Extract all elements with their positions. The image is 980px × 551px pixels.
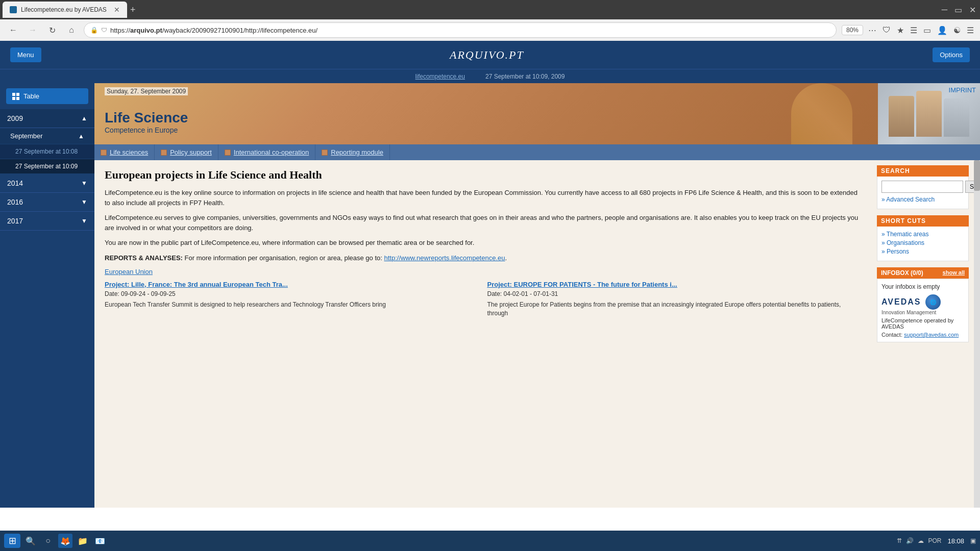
site-header: Sunday, 27. September 2009 Life Science …	[94, 83, 980, 144]
maximize-button[interactable]: ▭	[954, 5, 962, 15]
year-2009-label: 2009	[7, 114, 23, 122]
taskbar-cortana-icon[interactable]: ○	[41, 534, 55, 548]
reports-label: REPORTS & ANALYSES:	[105, 254, 183, 262]
project-1-desc: European Tech Transfer Summit is designe…	[105, 300, 479, 309]
project-1-link[interactable]: Project: Lille, France: The 3rd annual E…	[105, 281, 288, 288]
nav-intl-coop-link[interactable]: International co-operation	[234, 148, 309, 156]
avedas-email-link[interactable]: support@avedas.com	[904, 332, 959, 338]
sidebar-year-2014[interactable]: 2014 ▼	[0, 174, 94, 193]
reports-link[interactable]: http://www.newreports.lifecompetence.eu	[384, 254, 505, 262]
site-logo-subtitle: Competence in Europe	[105, 126, 188, 134]
month-label: September	[10, 132, 43, 140]
tab-close-btn[interactable]: ✕	[114, 6, 120, 14]
project-2-date: Date: 04-02-01 - 07-01-31	[487, 290, 862, 297]
address-bar[interactable]: 🔒 🛡 https://arquivo.pt/wayback/200909271…	[84, 22, 837, 38]
close-window-button[interactable]: ✕	[969, 5, 976, 15]
taskbar-files-icon[interactable]: 📁	[76, 534, 90, 548]
hamburger-menu-icon[interactable]: ☰	[967, 26, 974, 35]
scrollbar-track[interactable]	[974, 160, 980, 508]
nav-square-3	[225, 149, 231, 156]
sidebar-year-2016[interactable]: 2016 ▼	[0, 193, 94, 212]
project-item-1: Project: Lille, France: The 3rd annual E…	[105, 281, 479, 323]
sidebar-capture-1[interactable]: 27 September at 10:08	[0, 144, 94, 159]
site-date: Sunday, 27. September 2009	[105, 87, 188, 95]
advanced-search-link[interactable]: Advanced Search	[881, 196, 964, 203]
bookmark-icon[interactable]: ★	[897, 26, 904, 35]
nav-policy-support[interactable]: Policy support	[155, 144, 218, 160]
infobox-show-all[interactable]: show all	[943, 269, 965, 277]
archive-site-link[interactable]: lifecompetence.eu	[415, 73, 465, 80]
extensions-icon[interactable]: ☯	[953, 26, 961, 35]
shortcut-persons[interactable]: Persons	[881, 248, 964, 255]
tab-view-icon[interactable]: ▭	[923, 26, 931, 35]
taskbar-mail-icon[interactable]: 📧	[93, 534, 107, 548]
minimize-button[interactable]: ─	[942, 5, 947, 14]
notification-icon[interactable]: ▣	[970, 537, 976, 544]
active-tab[interactable]: Lifecompetence.eu by AVEDAS ✕	[3, 2, 127, 18]
nav-reporting[interactable]: Reporting module	[315, 144, 390, 160]
project-2-link[interactable]: Project: EUROPE FOR PATIENTS - The futur…	[487, 281, 677, 288]
project-item-2: Project: EUROPE FOR PATIENTS - The futur…	[487, 281, 862, 323]
url-display: https://arquivo.pt/wayback/2009092710090…	[110, 27, 317, 34]
project-2-title[interactable]: Project: EUROPE FOR PATIENTS - The futur…	[487, 281, 862, 288]
projects-grid: Project: Lille, France: The 3rd annual E…	[105, 281, 862, 323]
search-content: SEARCH Advanced Search	[877, 177, 969, 209]
start-button[interactable]: ⊞	[4, 534, 20, 548]
nav-life-sciences-link[interactable]: Life sciences	[110, 148, 148, 156]
toolbar-icons: ⋯ 🛡 ★ ☰ ▭ 👤 ☯ ☰	[868, 26, 974, 35]
tab-favicon	[10, 6, 17, 13]
language-indicator: POR	[928, 537, 941, 544]
forward-button[interactable]: →	[26, 23, 40, 37]
avedas-globe-icon: 🌐	[925, 294, 941, 310]
more-options-icon[interactable]: ⋯	[868, 26, 876, 35]
library-icon[interactable]: ☰	[910, 26, 917, 35]
month-chevron: ▲	[78, 133, 84, 140]
new-tab-button[interactable]: +	[130, 5, 136, 15]
nav-intl-coop[interactable]: International co-operation	[218, 144, 315, 160]
infobox-title: INFOBOX (0/0)	[881, 269, 923, 277]
network-icon: ⇈	[897, 537, 902, 544]
shortcut-thematic-areas[interactable]: Thematic areas	[881, 231, 964, 238]
capture-1-label: 27 September at 10:08	[15, 148, 78, 155]
taskbar-browser-icon[interactable]: 🦊	[58, 534, 72, 548]
scrollbar-thumb[interactable]	[974, 160, 980, 191]
account-icon[interactable]: 👤	[937, 26, 947, 35]
site-content: European projects in Life Science and He…	[94, 160, 980, 508]
sidebar-year-2017[interactable]: 2017 ▼	[0, 212, 94, 231]
table-view-button[interactable]: Table	[6, 88, 88, 104]
table-button-label: Table	[23, 92, 39, 100]
infobox: INFOBOX (0/0) show all Your infobox is e…	[877, 267, 969, 342]
year-2014-label: 2014	[7, 179, 23, 187]
imprint-link[interactable]: IMPRINT	[949, 86, 976, 94]
capture-2-label: 27 September at 10:09	[15, 163, 78, 170]
home-button[interactable]: ⌂	[64, 23, 79, 37]
sidebar-year-2009[interactable]: 2009 ▲	[0, 109, 94, 128]
main-layout: Table 2009 ▲ September ▲ 27 September at…	[0, 83, 980, 508]
arquivo-options-button[interactable]: Options	[933, 47, 970, 62]
site-nav: Life sciences Policy support Internation…	[94, 144, 980, 160]
year-2017-chevron: ▼	[81, 217, 87, 224]
search-box: SEARCH SEARCH Advanced Search	[877, 165, 969, 209]
back-button[interactable]: ←	[6, 23, 20, 37]
nav-policy-support-link[interactable]: Policy support	[170, 148, 212, 156]
reload-button[interactable]: ↻	[45, 23, 59, 37]
project-1-title[interactable]: Project: Lille, France: The 3rd annual E…	[105, 281, 479, 288]
arquivo-menu-button[interactable]: Menu	[10, 47, 41, 62]
zoom-level[interactable]: 80%	[842, 25, 863, 35]
shortcut-organisations[interactable]: Organisations	[881, 239, 964, 246]
shortcuts-content: Thematic areas Organisations Persons	[877, 227, 969, 261]
taskbar-search-icon[interactable]: 🔍	[23, 534, 38, 548]
european-union-link[interactable]: European Union	[105, 268, 153, 276]
project-1-date: Date: 09-09-24 - 09-09-25	[105, 290, 479, 297]
year-2016-label: 2016	[7, 198, 23, 206]
sidebar-month-september[interactable]: September ▲	[0, 128, 94, 144]
site-logo-title: Life Science	[105, 110, 188, 126]
shield-toolbar-icon[interactable]: 🛡	[883, 26, 891, 35]
nav-reporting-link[interactable]: Reporting module	[331, 148, 383, 156]
nav-life-sciences[interactable]: Life sciences	[94, 144, 155, 160]
sidebar-capture-2[interactable]: 27 September at 10:09	[0, 159, 94, 174]
project-2-desc: The project Europe for Patients begins f…	[487, 300, 862, 318]
grid-icon	[12, 93, 19, 100]
arquivo-logo-text: ARQUIVO.PT	[450, 48, 524, 61]
search-input[interactable]	[881, 181, 963, 193]
